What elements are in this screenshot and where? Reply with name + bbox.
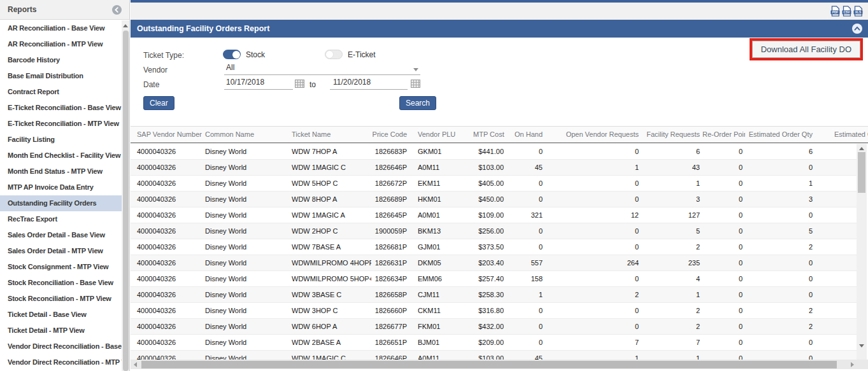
vendor-select[interactable]: All	[224, 63, 420, 75]
sidebar-item[interactable]: Stock Reconciliation - MTP View	[0, 291, 122, 307]
sidebar-item[interactable]: Stock Consignment - MTP View	[0, 259, 122, 275]
date-label: Date	[143, 80, 159, 89]
column-header[interactable]: Open Vendor Requests	[545, 127, 641, 143]
sidebar-item[interactable]: RecTrac Export	[0, 211, 122, 227]
table-cell: WDW 2HOP C	[292, 223, 371, 239]
scroll-down-arrow[interactable]	[858, 342, 865, 349]
export-xls-icon[interactable]: XLS	[853, 6, 863, 17]
column-header[interactable]: Facility Requests	[641, 127, 702, 143]
table-row[interactable]: 4000040326Disney WorldWDW 2HOP C1900059P…	[131, 223, 857, 239]
sidebar-item[interactable]: MTP AP Invoice Data Entry	[0, 179, 122, 195]
search-button[interactable]: Search	[399, 96, 436, 110]
sidebar-item[interactable]: Month End Checklist - Facility View	[0, 148, 122, 164]
column-header[interactable]: MTP Cost	[473, 127, 506, 143]
sidebar-item[interactable]: Sales Order Detail - MTP View	[0, 243, 122, 259]
table-cell: Disney World	[205, 176, 292, 191]
date-to-input[interactable]: 11/20/2018	[330, 78, 408, 90]
table-row[interactable]: 4000040326Disney WorldWDW 3HOP C1826660P…	[131, 303, 857, 319]
column-header[interactable]: Common Name	[205, 127, 292, 143]
sidebar-item[interactable]: Outstanding Facility Orders	[0, 195, 122, 211]
table-cell: 0	[745, 335, 815, 350]
sidebar-scrollbar[interactable]	[122, 20, 129, 371]
sidebar-item[interactable]: AR Reconciliation - MTP View	[0, 36, 122, 52]
table-cell: WDW 2BASE A	[292, 335, 371, 350]
column-header[interactable]: Ticket Name	[292, 127, 371, 143]
sidebar-item[interactable]: Vendor Direct Reconciliation - Base Vi	[0, 339, 122, 354]
download-all-facility-do-button[interactable]: Download All Facility DO	[752, 41, 860, 58]
sidebar-scrollbar-thumb[interactable]	[123, 31, 129, 371]
sidebar-item[interactable]: Facility Listing	[0, 132, 122, 148]
table-cell: 4000040326	[131, 335, 205, 350]
table-cell: $209.00	[473, 335, 506, 350]
table-cell: $203.40	[473, 255, 506, 270]
table-cell: 1	[641, 176, 702, 191]
column-header[interactable]: Price Code	[371, 127, 409, 143]
table-cell: $256.00	[473, 223, 506, 239]
table-row[interactable]: 4000040326Disney WorldWDW 3BASE C1826658…	[131, 287, 857, 303]
table-row[interactable]: 4000040326Disney WorldWDW 2BASE A1826651…	[131, 335, 857, 351]
sidebar-item[interactable]: Stock Reconciliation - Base View	[0, 275, 122, 291]
table-row[interactable]: 4000040326Disney WorldWDW 5HOP C1826672P…	[131, 176, 857, 192]
table-cell: 43	[641, 160, 702, 175]
table-cell: BKM13	[409, 223, 473, 239]
sidebar-item[interactable]: Base Email Distribution	[0, 68, 122, 84]
table-cell: FKM01	[409, 319, 473, 334]
table-horizontal-scrollbar[interactable]	[131, 360, 868, 369]
sidebar-item[interactable]: AR Reconciliation - Base View	[0, 20, 122, 36]
sidebar-item[interactable]: Sales Order Detail - Base View	[0, 227, 122, 243]
table-row[interactable]: 4000040326Disney WorldWDW 7HOP A1826683P…	[131, 144, 857, 160]
sidebar-item[interactable]: Ticket Detail - Base View	[0, 307, 122, 323]
table-cell: Disney World	[205, 255, 292, 270]
table-row[interactable]: 4000040326Disney WorldWDW 1MAGIC C182664…	[131, 160, 857, 176]
table-cell: 1826631P	[371, 255, 409, 270]
table-body: 4000040326Disney WorldWDW 7HOP A1826683P…	[131, 144, 857, 360]
stock-toggle[interactable]	[223, 50, 241, 59]
svg-text:XLS: XLS	[855, 11, 862, 14]
column-header[interactable]: On Hand	[506, 127, 545, 143]
column-header[interactable]: SAP Vendor Number	[131, 127, 205, 143]
table-cell: HKM01	[409, 192, 473, 207]
scroll-up-arrow[interactable]	[858, 145, 865, 151]
column-header[interactable]: Vendor PLU	[409, 127, 473, 143]
scroll-right-arrow[interactable]	[849, 361, 855, 368]
column-header[interactable]: Estimated Order Qty	[745, 127, 815, 143]
table-row[interactable]: 4000040326Disney WorldWDWMILPROMO 5HOP+1…	[131, 271, 857, 287]
horizontal-scrollbar-thumb[interactable]	[141, 361, 837, 368]
vendor-dropdown-arrow-icon[interactable]	[413, 68, 418, 71]
table-cell: 45	[506, 351, 545, 360]
sidebar-item[interactable]: E-Ticket Reconciliation - MTP View	[0, 116, 122, 132]
table-row[interactable]: 4000040326Disney WorldWDW 7BASE A1826681…	[131, 239, 857, 255]
scroll-left-arrow[interactable]	[132, 361, 138, 368]
sidebar-item[interactable]: Barcode History	[0, 52, 122, 68]
calendar-icon[interactable]	[411, 80, 420, 88]
table-cell: 0	[745, 287, 815, 302]
sidebar-item[interactable]: Month End Status - MTP View	[0, 164, 122, 179]
sidebar-item[interactable]: E-Ticket Reconciliation - Base View	[0, 100, 122, 116]
column-header[interactable]: Re-Order Point	[702, 127, 745, 143]
table-row[interactable]: 4000040326Disney WorldWDW 8HOP A1826689P…	[131, 192, 857, 207]
sidebar-item[interactable]: Contract Report	[0, 84, 122, 100]
date-from-input[interactable]: 10/17/2018	[224, 78, 293, 90]
table-cell: CKM11	[409, 303, 473, 318]
table-cell: Disney World	[205, 223, 292, 239]
sidebar-item[interactable]: Vendor Direct Reconciliation - MTP Vie	[0, 354, 122, 370]
table-cell: 0	[545, 192, 641, 207]
sidebar-item[interactable]: Ticket Detail - MTP View	[0, 323, 122, 339]
column-header[interactable]: Estimated Or	[815, 127, 868, 143]
page-title: Outstanding Facility Orders Report	[137, 20, 269, 38]
table-row[interactable]: 4000040326Disney WorldWDW 1MAGIC C182664…	[131, 351, 857, 360]
calendar-icon[interactable]	[295, 80, 304, 88]
table-vertical-scrollbar[interactable]	[857, 144, 867, 360]
sidebar-collapse-button[interactable]	[112, 5, 122, 15]
panel-collapse-button[interactable]	[852, 24, 862, 34]
e-ticket-toggle[interactable]	[325, 50, 343, 59]
vertical-scrollbar-thumb[interactable]	[858, 152, 865, 193]
toggle-knob	[232, 51, 240, 59]
table-row[interactable]: 4000040326Disney WorldWDWMILPROMO 4HOPR1…	[131, 255, 857, 271]
table-row[interactable]: 4000040326Disney WorldWDW 6HOP A1826677P…	[131, 319, 857, 335]
table-row[interactable]: 4000040326Disney WorldWDW 1MAGIC A182664…	[131, 207, 857, 223]
export-csv-icon[interactable]: CSV	[842, 6, 851, 17]
scroll-up-arrow[interactable]	[122, 22, 129, 29]
clear-button[interactable]: Clear	[143, 96, 174, 110]
export-pdf-icon[interactable]: PDF	[830, 6, 840, 17]
